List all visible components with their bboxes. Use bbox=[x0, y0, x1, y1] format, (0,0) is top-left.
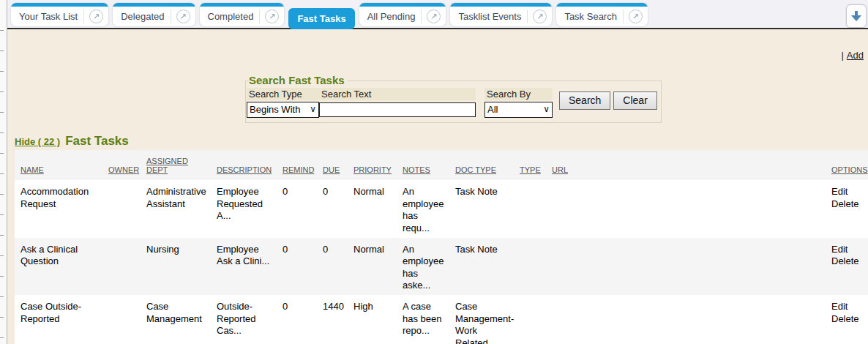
column-header-description: DESCRIPTION bbox=[211, 150, 277, 180]
open-new-window-icon: ↗ bbox=[629, 10, 643, 23]
column-header-notes: NOTES bbox=[397, 150, 449, 180]
tab-launch-button[interactable]: ↗ bbox=[623, 10, 643, 23]
cell-description: Employee Ask a Clini... bbox=[211, 238, 277, 296]
edit-link[interactable]: Edit bbox=[831, 301, 864, 313]
column-header-due: DUE bbox=[317, 150, 348, 180]
tab-launch-button[interactable]: ↗ bbox=[171, 10, 190, 23]
tab-launch-button[interactable]: ↗ bbox=[259, 10, 279, 23]
tab-label: Fast Tasks bbox=[297, 13, 345, 24]
cell-options: Edit Delete bbox=[826, 295, 868, 344]
edit-link[interactable]: Edit bbox=[831, 186, 864, 198]
search-text-label: Search Text bbox=[319, 88, 476, 100]
delete-link[interactable]: Delete bbox=[831, 198, 864, 211]
tab-delegated[interactable]: Delegated ↗ bbox=[113, 3, 195, 26]
tab-launch-button[interactable]: ↗ bbox=[83, 10, 103, 23]
cell-due: 1440 bbox=[317, 295, 348, 344]
tab-label: Task Search bbox=[564, 11, 617, 22]
table-row: Case Outside-Reported Case Management Ou… bbox=[15, 295, 868, 344]
hide-count-link[interactable]: Hide ( 22 ) bbox=[15, 136, 60, 147]
cell-remind: 0 bbox=[277, 238, 317, 296]
cell-remind: 0 bbox=[277, 180, 317, 238]
cell-url bbox=[546, 238, 826, 296]
column-header-options: OPTIONS bbox=[826, 150, 868, 180]
cell-notes: An employee has aske... bbox=[397, 238, 449, 296]
spacer bbox=[476, 88, 484, 100]
tab-your-task-list[interactable]: Your Task List ↗ bbox=[11, 3, 108, 26]
tab-label: Tasklist Events bbox=[458, 11, 521, 22]
cell-options: Edit Delete bbox=[826, 238, 868, 296]
splitter-gutter[interactable] bbox=[0, 0, 7, 344]
tab-task-search[interactable]: Task Search ↗ bbox=[556, 3, 648, 26]
tab-tasklist-events[interactable]: Tasklist Events ↗ bbox=[450, 3, 552, 26]
search-by-label: Search By bbox=[484, 88, 553, 100]
open-new-window-icon: ↗ bbox=[265, 10, 279, 23]
column-header-doc-type: DOC TYPE bbox=[449, 150, 514, 180]
cell-notes: A case has been repo... bbox=[397, 295, 449, 344]
cell-priority: Normal bbox=[348, 180, 397, 238]
cell-priority: High bbox=[348, 295, 397, 344]
cell-name: Case Outside-Reported bbox=[15, 295, 102, 344]
tab-label: Completed bbox=[208, 11, 254, 22]
fast-tasks-list-heading: Hide ( 22 ) Fast Tasks bbox=[15, 134, 129, 149]
cell-assigned-dept: Nursing bbox=[141, 238, 211, 296]
down-arrow-icon bbox=[851, 11, 861, 21]
open-new-window-icon: ↗ bbox=[176, 10, 190, 23]
search-by-select[interactable]: All bbox=[484, 102, 553, 118]
cell-due: 0 bbox=[317, 238, 348, 296]
tab-launch-button[interactable]: ↗ bbox=[421, 10, 441, 23]
edit-link[interactable]: Edit bbox=[831, 244, 864, 256]
open-new-window-icon: ↗ bbox=[533, 10, 547, 23]
cell-type bbox=[514, 295, 546, 344]
tab-label: All Pending bbox=[367, 11, 416, 22]
column-header-type: TYPE bbox=[514, 150, 546, 180]
cell-options: Edit Delete bbox=[826, 180, 868, 238]
search-type-select[interactable]: Begins With bbox=[247, 102, 319, 118]
cell-doc-type: Task Note bbox=[449, 180, 514, 238]
delete-link[interactable]: Delete bbox=[831, 313, 864, 326]
list-title: Fast Tasks bbox=[65, 134, 129, 149]
cell-assigned-dept: Case Management bbox=[141, 295, 211, 344]
cell-type bbox=[514, 180, 546, 238]
tab-completed[interactable]: Completed ↗ bbox=[200, 3, 285, 26]
cell-description: Employee Requested A... bbox=[211, 180, 277, 238]
cell-priority: Normal bbox=[348, 238, 397, 296]
cell-url bbox=[546, 180, 826, 238]
tab-label: Delegated bbox=[121, 11, 164, 22]
tab-all-pending[interactable]: All Pending ↗ bbox=[359, 3, 446, 26]
column-header-url: URL bbox=[546, 150, 826, 180]
open-new-window-icon: ↗ bbox=[427, 10, 441, 23]
fast-tasks-panel: |Add Search Fast Tasks Search Type Searc… bbox=[7, 31, 868, 344]
tab-fast-tasks[interactable]: Fast Tasks bbox=[288, 8, 354, 29]
cell-description: Outside-Reported Cas... bbox=[211, 295, 277, 344]
clear-button[interactable]: Clear bbox=[613, 91, 656, 110]
table-row: Ask a Clinical Question Nursing Employee… bbox=[15, 238, 868, 296]
column-header-owner: OWNER bbox=[102, 150, 141, 180]
separator: | bbox=[841, 50, 843, 61]
search-button[interactable]: Search bbox=[559, 91, 610, 110]
fast-tasks-table: NAME OWNER ASSIGNED DEPT DESCRIPTION REM… bbox=[15, 150, 868, 344]
show-more-tabs-button[interactable] bbox=[846, 4, 867, 28]
add-task-link[interactable]: Add bbox=[847, 50, 864, 61]
fast-tasks-table-container: NAME OWNER ASSIGNED DEPT DESCRIPTION REM… bbox=[15, 150, 868, 344]
cell-name: Accommodation Request bbox=[15, 180, 102, 238]
column-header-name: NAME bbox=[15, 150, 102, 180]
task-tabbar: Your Task List ↗ Delegated ↗ Completed ↗… bbox=[7, 0, 868, 29]
search-fast-tasks-panel: Search Fast Tasks Search Type Search Tex… bbox=[245, 75, 662, 123]
column-header-priority: PRIORITY bbox=[348, 150, 397, 180]
cell-owner bbox=[102, 295, 141, 344]
cell-owner bbox=[102, 238, 141, 296]
search-type-label: Search Type bbox=[247, 88, 319, 100]
cell-due: 0 bbox=[317, 180, 348, 238]
delete-link[interactable]: Delete bbox=[831, 255, 864, 268]
search-panel-title: Search Fast Tasks bbox=[249, 75, 348, 87]
cell-doc-type: Case Management-Work Related Note bbox=[449, 295, 514, 344]
column-header-remind: REMIND bbox=[277, 150, 317, 180]
cell-owner bbox=[102, 180, 141, 238]
cell-notes: An employee has requ... bbox=[397, 180, 449, 238]
tab-launch-button[interactable]: ↗ bbox=[527, 10, 547, 23]
table-header-row: NAME OWNER ASSIGNED DEPT DESCRIPTION REM… bbox=[15, 150, 868, 180]
search-text-input[interactable] bbox=[319, 102, 476, 117]
cell-url bbox=[546, 295, 826, 344]
cell-assigned-dept: Administrative Assistant bbox=[141, 180, 211, 238]
app-window: Your Task List ↗ Delegated ↗ Completed ↗… bbox=[0, 0, 868, 344]
